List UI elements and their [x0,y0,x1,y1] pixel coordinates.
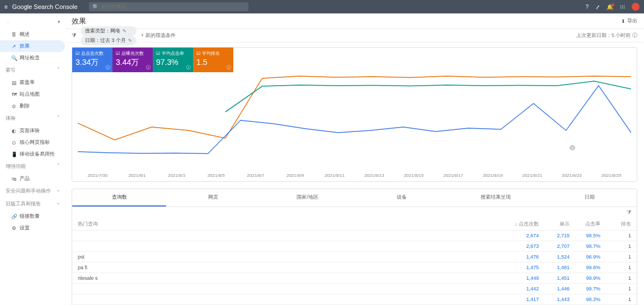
sidebar-item[interactable]: 📱移动设备易用性 [0,148,65,160]
position-cell: 1 [600,265,631,270]
kpi-label: 总曝光次数 [121,51,144,56]
x-tick: 2021/8/21 [513,173,552,178]
table-tab[interactable]: 搜索结果呈现 [449,189,543,207]
x-tick: 2021/8/13 [354,173,394,178]
search-box[interactable]: 🔍 [89,2,248,11]
sidebar-item-label: 设置 [20,224,30,232]
kpi-value: 3.44万 [116,58,149,68]
sidebar-item[interactable]: 🗺站点地图 [0,88,65,100]
info-icon[interactable]: ⓘ [146,64,151,71]
sidebar-item[interactable]: ↗效果 [0,40,65,52]
sidebar-item[interactable]: ⊙核心网页指标 [0,137,65,148]
table-tab[interactable]: 国家/地区 [260,189,354,207]
checkbox-icon: ☑ [76,51,79,56]
notifications-icon[interactable]: 🔔 [607,4,613,10]
chevron-icon: ⌃ [57,67,60,72]
sidebar-section-head[interactable]: 索引⌃ [0,64,65,77]
position-cell: 1 [600,243,631,249]
menu-icon[interactable]: ≡ [4,4,8,10]
sidebar-item[interactable]: ▤覆盖率 [0,77,65,88]
kpi-value: 3.34万 [76,58,109,68]
impressions-cell: 1,481 [539,265,570,270]
sidebar-section-head[interactable]: 安全问题和手动操作⌄ [0,185,65,198]
x-tick: 2021/8/25 [591,173,631,178]
table-row[interactable]: nlesale s1,4491,45199.9%1 [72,273,637,283]
query-cell [78,243,508,249]
table-filter-icon[interactable]: ⧩ [627,209,631,215]
kpi-label: 平均点击率 [162,51,184,56]
kpi-tile[interactable]: ☑平均点击率97.3%ⓘ [153,48,193,72]
table-row[interactable]: 2,6742,71598.5%1 [72,230,637,241]
sidebar-section-head[interactable]: 体验⌃ [0,112,65,125]
sort-icon[interactable]: ↓ [515,221,518,227]
sidebar-item-icon: 🔗 [11,214,17,219]
sidebar-item-label: 页面体验 [20,127,40,134]
sidebar-item-icon: ≣ [11,32,17,37]
clicks-cell: 1,475 [508,265,539,270]
table-row[interactable]: pa fi1,4751,48199.6%1 [72,262,637,273]
help-icon[interactable]: ? [585,4,589,10]
chart-series [225,81,631,112]
x-tick: 2021/8/19 [473,173,513,178]
chevron-icon: ⌄ [57,200,60,205]
x-tick: 2021/8/17 [434,173,473,178]
table-row[interactable]: 2,6732,70798.7%1 [72,241,637,251]
filter-chip[interactable]: 搜索类型：网络✎ [81,26,137,36]
sidebar: ... ▾ ≣概述↗效果🔍网址检查索引⌃▤覆盖率🗺站点地图⊘删除体验⌃◐页面体验… [0,13,65,305]
download-icon: ⬇ [621,18,626,24]
sidebar-item[interactable]: ⚙设置 [0,222,65,234]
table-tab[interactable]: 日期 [543,189,637,207]
info-icon[interactable]: ⓘ [227,64,231,71]
sidebar-section-head[interactable]: 旧版工具和报告⌄ [0,198,65,210]
kpi-tile[interactable]: ☑总点击次数3.34万ⓘ [72,48,112,72]
avatar[interactable] [632,3,640,11]
checkbox-icon: ☑ [116,51,120,56]
share-icon[interactable]: ⤤ [595,4,600,10]
line-chart: ! [72,72,637,173]
table-row[interactable]: 1,4171,44398.2%1 [72,294,637,304]
property-selector[interactable]: ... ▾ [0,16,65,29]
sidebar-item[interactable]: 🔗链接数量 [0,210,65,222]
query-cell [78,297,508,302]
sidebar-section-head[interactable]: 增强功能⌃ [0,160,65,173]
info-dot-icon[interactable]: ! [570,145,575,151]
sidebar-item-label: 覆盖率 [20,79,35,86]
filter-icon[interactable]: ⧩ [72,32,76,39]
sidebar-item-icon: ⚙ [11,226,17,231]
sidebar-item[interactable]: ⊘删除 [0,100,65,112]
sidebar-item[interactable]: 🔍网址检查 [0,52,65,64]
sidebar-item-label: 核心网页指标 [20,139,50,146]
search-icon: 🔍 [92,4,99,10]
table-tab[interactable]: 网页 [166,189,260,207]
table-tab[interactable]: 查询数 [72,189,166,207]
sidebar-item-icon: ↗ [11,44,17,49]
add-filter-button[interactable]: + 新的筛选条件 [141,32,176,39]
clicks-cell: 2,673 [508,243,539,249]
export-button[interactable]: ⬇ 导出 [621,17,637,25]
kpi-tile[interactable]: ☑总曝光次数3.44万ⓘ [112,48,153,72]
table-row[interactable]: pst1,4761,52496.9%1 [72,251,637,262]
sidebar-item[interactable]: ≣概述 [0,29,65,40]
sidebar-item-label: 概述 [20,31,30,38]
table-tab[interactable]: 设备 [355,189,449,207]
sidebar-item-label: 链接数量 [20,213,40,220]
x-tick: 2021/8/1 [117,173,157,178]
info-icon[interactable]: ⓘ [186,64,191,71]
app-logo: Google Search Console [12,3,78,10]
search-input[interactable] [101,4,245,10]
chevron-icon: ⌄ [57,187,60,193]
clicks-cell: 1,449 [508,275,539,281]
ctr-cell: 98.7% [570,243,600,249]
info-icon[interactable]: ⓘ [106,64,110,71]
ctr-cell: 99.9% [570,275,600,281]
table-row[interactable]: 1,4421,44699.7%1 [72,283,637,294]
impressions-cell: 1,451 [539,275,570,281]
filter-chip[interactable]: 日期：过去 3 个月✎ [81,36,137,45]
sidebar-item[interactable]: ◐页面体验 [0,125,65,137]
x-tick: 2021/8/7 [236,173,276,178]
apps-icon[interactable]: ⁝⁝⁝ [620,4,625,10]
sidebar-item-label: 网址检查 [20,54,40,62]
kpi-tile[interactable]: ☑平均排名1.5ⓘ [193,48,233,72]
ctr-cell: 98.5% [570,233,600,238]
sidebar-item[interactable]: 🛍产品 [0,173,65,185]
